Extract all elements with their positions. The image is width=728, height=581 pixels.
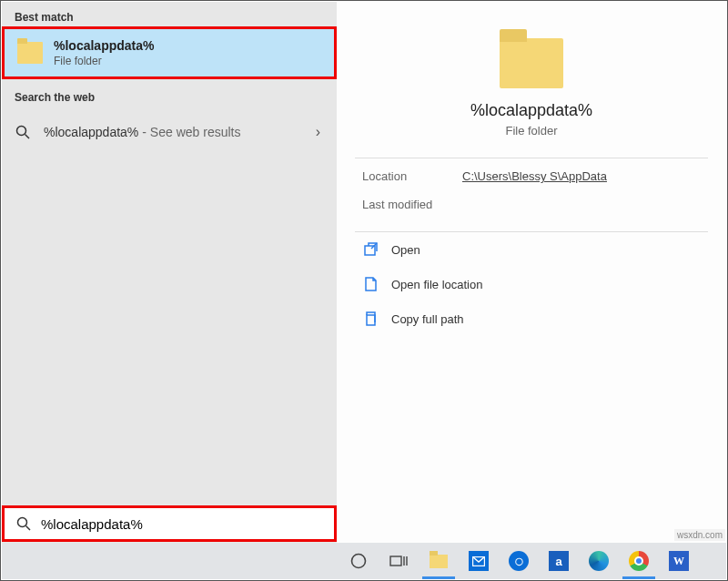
edge-icon[interactable] — [579, 543, 619, 579]
svg-point-6 — [352, 555, 366, 568]
preview-title: %localappdata% — [337, 101, 726, 120]
best-match-label: Best match — [2, 2, 337, 29]
search-icon — [15, 515, 32, 532]
search-icon — [15, 124, 31, 140]
svg-point-0 — [17, 127, 26, 136]
chrome-icon[interactable] — [619, 543, 659, 579]
copy-path-label: Copy full path — [391, 312, 464, 326]
search-web-label: Search the web — [2, 76, 337, 109]
task-view-icon[interactable] — [379, 543, 419, 579]
folder-icon — [17, 42, 43, 64]
location-value[interactable]: C:\Users\Blessy S\AppData — [462, 169, 607, 183]
copy-path-action[interactable]: Copy full path — [337, 301, 726, 336]
svg-line-1 — [25, 135, 30, 139]
result-subtitle: File folder — [54, 55, 154, 67]
word-icon[interactable]: W — [659, 543, 699, 579]
result-title: %localappdata% — [54, 38, 154, 53]
search-box[interactable] — [2, 505, 337, 542]
mail-icon[interactable] — [459, 543, 499, 579]
taskbar: ◯ a W — [2, 543, 726, 579]
open-location-action[interactable]: Open file location — [337, 267, 726, 301]
svg-point-4 — [18, 518, 27, 527]
preview-subtitle: File folder — [337, 124, 726, 138]
svg-rect-3 — [367, 315, 375, 325]
svg-line-5 — [26, 526, 31, 531]
web-hint: - See web results — [142, 125, 240, 139]
watermark: wsxdn.com — [674, 529, 725, 541]
last-modified-label: Last modified — [362, 198, 462, 211]
folder-icon — [500, 38, 563, 88]
web-query: %localappdata% — [44, 125, 138, 139]
cortana-icon[interactable] — [339, 543, 379, 579]
open-action[interactable]: Open — [337, 232, 726, 267]
app-icon[interactable]: a — [539, 543, 579, 579]
web-result[interactable]: %localappdata% - See web results › — [2, 109, 337, 155]
file-explorer-icon[interactable] — [419, 543, 459, 579]
svg-rect-7 — [390, 556, 401, 566]
search-input[interactable] — [41, 516, 323, 532]
file-location-icon — [362, 276, 379, 292]
open-location-label: Open file location — [391, 278, 482, 291]
open-icon — [362, 241, 379, 258]
copy-icon — [362, 311, 379, 327]
best-match-result[interactable]: %localappdata% File folder — [2, 26, 337, 79]
open-label: Open — [391, 243, 420, 257]
dell-icon[interactable]: ◯ — [499, 543, 539, 579]
chevron-right-icon: › — [316, 124, 320, 140]
location-label: Location — [362, 169, 462, 183]
